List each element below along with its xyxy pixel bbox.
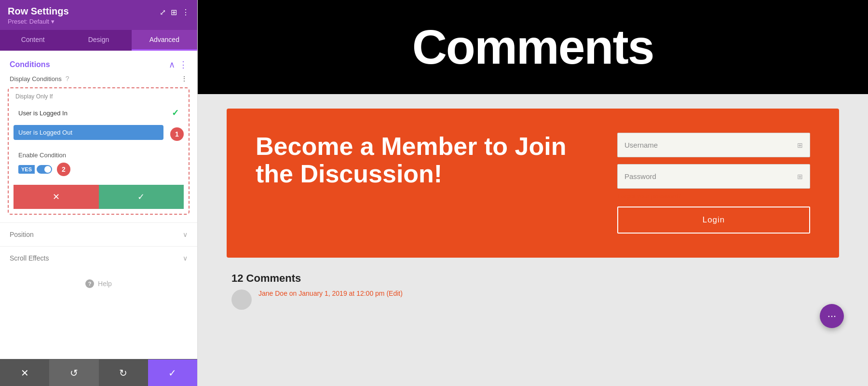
- minimize-icon[interactable]: ⤢: [160, 8, 166, 17]
- logged-in-check: ✓: [172, 108, 179, 118]
- position-label: Position: [10, 231, 34, 238]
- panel-header-icons: ⤢ ⊞ ⋮: [160, 8, 190, 17]
- comment-row: Jane Doe on January 1, 2019 at 12:00 pm …: [231, 290, 834, 310]
- right-panel: Comments Become a Member to Join the Dis…: [198, 0, 868, 386]
- help-icon[interactable]: ?: [66, 75, 69, 83]
- bottom-redo-button[interactable]: ↻: [99, 359, 148, 386]
- more-icon[interactable]: ⋮: [182, 8, 190, 17]
- member-box: Become a Member to Join the Discussion! …: [227, 109, 839, 258]
- condition-badge-2: 2: [57, 163, 70, 176]
- condition-badge-1: 1: [170, 127, 184, 141]
- enable-condition-label: Enable Condition: [18, 152, 179, 159]
- tab-advanced[interactable]: Advanced: [132, 30, 197, 51]
- tab-bar: Content Design Advanced: [0, 30, 197, 51]
- forgot-password-link[interactable]: Forgot your password?: [617, 193, 810, 200]
- password-placeholder: Password: [624, 172, 656, 180]
- bottom-undo-button[interactable]: ↺: [49, 359, 98, 386]
- redo-icon: ↻: [119, 367, 127, 379]
- tab-content[interactable]: Content: [0, 30, 66, 51]
- comments-section: 12 Comments Jane Doe on January 1, 2019 …: [227, 272, 839, 310]
- fab-icon: ···: [827, 310, 836, 322]
- condition-logged-in[interactable]: User is Logged In ✓: [14, 104, 184, 122]
- bottom-toolbar: ✕ ↺ ↻ ✓: [0, 359, 197, 386]
- logged-out-row: User is Logged Out 1: [14, 125, 184, 143]
- conditions-section-header: Conditions ∧ ⋮: [0, 51, 197, 75]
- logged-out-label: User is Logged Out: [18, 129, 72, 136]
- scroll-effects-chevron: ∨: [183, 254, 188, 262]
- grid-icon[interactable]: ⊞: [171, 8, 177, 17]
- comments-count: 12 Comments: [231, 272, 834, 285]
- condition-box: Display Only If User is Logged In ✓ User…: [8, 87, 190, 215]
- member-text-col: Become a Member to Join the Discussion!: [256, 133, 598, 188]
- conditions-title: Conditions: [10, 60, 50, 69]
- password-input[interactable]: Password ⊞: [617, 164, 810, 189]
- help-circle-icon: ?: [85, 279, 94, 288]
- enable-condition-section: Enable Condition YES 2: [14, 148, 184, 180]
- display-conditions-row: Display Conditions ? ⋮: [8, 75, 190, 83]
- scroll-effects-section[interactable]: Scroll Effects ∨: [0, 246, 197, 270]
- condition-logged-out[interactable]: User is Logged Out: [14, 125, 163, 140]
- yes-text: YES: [18, 165, 35, 174]
- cancel-icon: ✕: [53, 192, 60, 202]
- panel-title: Row Settings: [8, 6, 69, 17]
- position-section[interactable]: Position ∨: [0, 222, 197, 246]
- condition-action-buttons: ✕ ✓: [14, 185, 184, 209]
- cancel-condition-button[interactable]: ✕: [14, 185, 99, 209]
- help-section: ? Help: [0, 270, 197, 298]
- bottom-save-button[interactable]: ✓: [148, 359, 197, 386]
- confirm-icon: ✓: [137, 192, 145, 202]
- tab-design[interactable]: Design: [66, 30, 131, 51]
- member-form-col: Username ⊞ Password ⊞ Forgot your passwo…: [617, 133, 810, 234]
- conditions-more-icon[interactable]: ⋮: [179, 59, 188, 70]
- login-button[interactable]: Login: [617, 207, 810, 234]
- comment-avatar: [231, 290, 252, 310]
- confirm-condition-button[interactable]: ✓: [99, 185, 184, 209]
- panel-body: Conditions ∧ ⋮ Display Conditions ? ⋮ Di…: [0, 51, 197, 359]
- comment-meta: Jane Doe on January 1, 2019 at 12:00 pm …: [258, 290, 403, 297]
- display-conditions-label: Display Conditions: [10, 75, 62, 83]
- yes-badge: YES: [18, 165, 52, 174]
- content-area: Become a Member to Join the Discussion! …: [198, 94, 868, 324]
- position-chevron: ∨: [183, 231, 188, 238]
- fab-button[interactable]: ···: [820, 304, 844, 328]
- left-panel: Row Settings Preset: Default ▾ ⤢ ⊞ ⋮ Con…: [0, 0, 198, 386]
- toggle-knob: [44, 166, 51, 173]
- conditions-subsection: Display Conditions ? ⋮ Display Only If U…: [0, 75, 197, 222]
- toggle-switch[interactable]: [37, 165, 52, 174]
- save-icon: ✓: [168, 367, 176, 379]
- logged-in-label: User is Logged In: [18, 110, 68, 117]
- bottom-close-button[interactable]: ✕: [0, 359, 49, 386]
- help-label: Help: [98, 280, 112, 288]
- password-icon: ⊞: [797, 173, 803, 180]
- scroll-effects-label: Scroll Effects: [10, 254, 49, 262]
- panel-title-group: Row Settings Preset: Default ▾: [8, 6, 69, 25]
- display-only-if-label: Display Only If: [14, 93, 184, 100]
- member-heading: Become a Member to Join the Discussion!: [256, 133, 598, 188]
- enable-condition-toggle-row: YES 2: [18, 163, 179, 176]
- undo-icon: ↺: [70, 367, 78, 379]
- close-icon: ✕: [21, 367, 29, 379]
- collapse-icon[interactable]: ∧: [169, 59, 175, 70]
- display-conditions-dots[interactable]: ⋮: [181, 75, 188, 83]
- username-icon: ⊞: [797, 141, 803, 149]
- hero-section: Comments: [198, 0, 868, 94]
- panel-preset[interactable]: Preset: Default ▾: [8, 18, 69, 25]
- hero-title: Comments: [227, 19, 839, 75]
- section-header-icons: ∧ ⋮: [169, 59, 188, 70]
- panel-header: Row Settings Preset: Default ▾ ⤢ ⊞ ⋮: [0, 0, 197, 30]
- username-input[interactable]: Username ⊞: [617, 133, 810, 157]
- username-placeholder: Username: [624, 141, 658, 149]
